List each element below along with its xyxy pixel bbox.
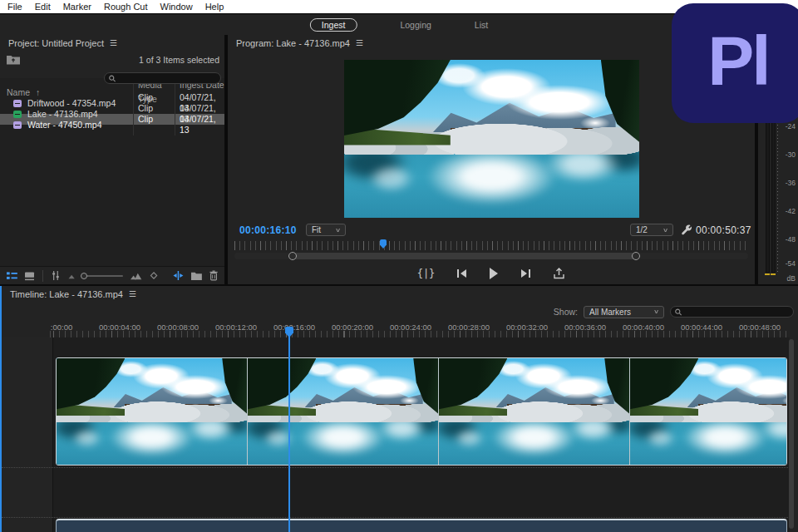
- menu-marker[interactable]: Marker: [63, 2, 91, 12]
- lake-video-frame: [439, 358, 629, 465]
- timeline-vertical-scrollbar[interactable]: [789, 339, 794, 529]
- current-timecode[interactable]: 00:00:16:10: [239, 224, 297, 236]
- play-in-to-out-button[interactable]: {|}: [417, 268, 436, 279]
- clip-duration-timecode: 00:00:50:37: [696, 224, 751, 236]
- search-icon: [675, 308, 682, 316]
- meter-label: -24: [786, 122, 796, 131]
- zoom-out-thumbnails-icon[interactable]: [68, 272, 75, 280]
- filmstrip-thumbnail: [439, 358, 630, 465]
- timeline-playhead-line[interactable]: [288, 332, 290, 532]
- step-forward-button[interactable]: [520, 268, 531, 278]
- zoom-in-thumbnails-icon[interactable]: [131, 271, 142, 281]
- navigate-up-folder-icon[interactable]: [7, 54, 20, 65]
- timeline-ruler-ticks[interactable]: [48, 331, 790, 337]
- thumbnail-view-icon[interactable]: [25, 271, 35, 281]
- track-divider: [2, 467, 790, 468]
- timeline-panel-title: Timeline: Lake - 47136.mp4: [10, 289, 123, 299]
- zoom-level-value: Fit: [312, 225, 321, 234]
- tab-logging[interactable]: Logging: [400, 20, 431, 30]
- menu-edit[interactable]: Edit: [35, 2, 51, 12]
- clip-icon: [13, 111, 22, 118]
- chevron-down-icon: ∨: [653, 308, 659, 315]
- meter-label: -30: [786, 150, 796, 159]
- search-icon: [109, 75, 116, 82]
- meter-level-indicator: [765, 273, 770, 275]
- program-playhead-marker[interactable]: [380, 239, 387, 249]
- project-panel-title: Project: Untitled Project: [8, 38, 104, 48]
- meter-unit-label: dB: [787, 274, 796, 283]
- export-frame-button[interactable]: [553, 268, 565, 279]
- program-panel-menu-icon[interactable]: ☰: [356, 38, 363, 47]
- zoom-level-dropdown[interactable]: Fit ∨: [306, 224, 346, 236]
- step-back-button[interactable]: [456, 268, 467, 278]
- clip-icon: [13, 100, 22, 107]
- menu-file[interactable]: File: [7, 2, 22, 12]
- clip-name: Water - 47450.mp4: [27, 120, 102, 131]
- transport-controls: {|}: [228, 264, 755, 283]
- meter-label: -54: [786, 259, 796, 268]
- chevron-down-icon: ∨: [335, 227, 341, 234]
- table-row-water[interactable]: Water - 47450.mp4 Clip 04/07/21, 13: [0, 114, 224, 125]
- list-view-icon[interactable]: [7, 271, 17, 281]
- video-track-clip[interactable]: [56, 357, 787, 466]
- zoom-handle-right[interactable]: [632, 252, 640, 260]
- playback-resolution-dropdown[interactable]: 1/2 ∨: [630, 224, 673, 236]
- meter-level-indicator: [771, 273, 776, 275]
- tab-ingest[interactable]: Ingest: [310, 18, 357, 32]
- lake-video-frame: [344, 60, 639, 218]
- lake-video-frame: [630, 358, 787, 465]
- program-video-preview[interactable]: [344, 60, 639, 218]
- chevron-down-icon: ∨: [663, 227, 668, 234]
- menu-help[interactable]: Help: [205, 2, 224, 12]
- thumbnail-size-slider[interactable]: [82, 275, 124, 277]
- settings-wrench-icon[interactable]: [681, 224, 692, 236]
- trash-icon[interactable]: [209, 270, 218, 281]
- new-bin-folder-icon[interactable]: [191, 271, 202, 281]
- meter-label: -42: [786, 207, 796, 215]
- project-toolbar: [0, 266, 224, 284]
- menu-window[interactable]: Window: [160, 2, 193, 12]
- filmstrip-thumbnail: [248, 358, 439, 465]
- selection-status: 1 of 3 Items selected: [139, 55, 219, 65]
- show-label: Show:: [554, 307, 578, 317]
- zoom-range[interactable]: [293, 253, 636, 259]
- timeline-panel-menu-icon[interactable]: ☰: [129, 289, 136, 298]
- project-panel: Project: Untitled Project ☰ 1 of 3 Items…: [0, 35, 224, 284]
- marker-filter-dropdown[interactable]: All Markers ∨: [584, 306, 664, 318]
- track-header-column: [2, 337, 53, 532]
- track-divider: [2, 517, 790, 518]
- meter-label: -48: [786, 235, 796, 244]
- project-search-input[interactable]: [104, 72, 221, 84]
- program-panel-title: Program: Lake - 47136.mp4: [236, 38, 350, 48]
- zoom-handle-left[interactable]: [288, 252, 297, 260]
- menu-rough-cut[interactable]: Rough Cut: [104, 2, 148, 12]
- slider-knob[interactable]: [81, 273, 87, 279]
- clip-media-type: Clip: [133, 114, 175, 135]
- tab-list[interactable]: List: [475, 20, 488, 30]
- program-mini-timeline-ruler[interactable]: [234, 241, 748, 250]
- adobe-prelude-logo: Pl: [672, 3, 798, 123]
- project-search-field[interactable]: [119, 74, 216, 83]
- timeline-search-field[interactable]: [685, 308, 789, 317]
- filmstrip-thumbnail: [57, 358, 248, 465]
- meter-label: -36: [786, 179, 796, 187]
- resolution-value: 1/2: [636, 225, 648, 234]
- poster-frame-icon[interactable]: [150, 271, 158, 280]
- lake-video-frame: [248, 358, 438, 465]
- filmstrip-thumbnail: [630, 358, 787, 465]
- program-zoom-scrollbar[interactable]: [234, 253, 748, 259]
- table-row-driftwood[interactable]: Driftwood - 47354.mp4 Clip 04/07/21, 13: [0, 92, 224, 103]
- timeline-search-input[interactable]: [670, 306, 794, 318]
- create-rough-cut-icon[interactable]: [173, 270, 184, 281]
- sort-options-icon[interactable]: [51, 270, 61, 281]
- project-bin-list[interactable]: Name ↑ Media Type Ingest Date Driftwood …: [0, 78, 224, 266]
- project-panel-menu-icon[interactable]: ☰: [110, 38, 117, 47]
- table-row-lake[interactable]: Lake - 47136.mp4 Clip 04/07/21, 13: [0, 103, 224, 114]
- prelude-logo-text: Pl: [707, 21, 768, 106]
- timeline-tracks-area[interactable]: [2, 337, 790, 532]
- play-button[interactable]: [489, 268, 499, 279]
- audio-track-clip[interactable]: [56, 519, 787, 532]
- timeline-panel: Timeline: Lake - 47136.mp4 ☰ Show: All M…: [0, 286, 798, 532]
- clip-icon: [13, 121, 22, 129]
- lake-video-frame: [57, 358, 247, 465]
